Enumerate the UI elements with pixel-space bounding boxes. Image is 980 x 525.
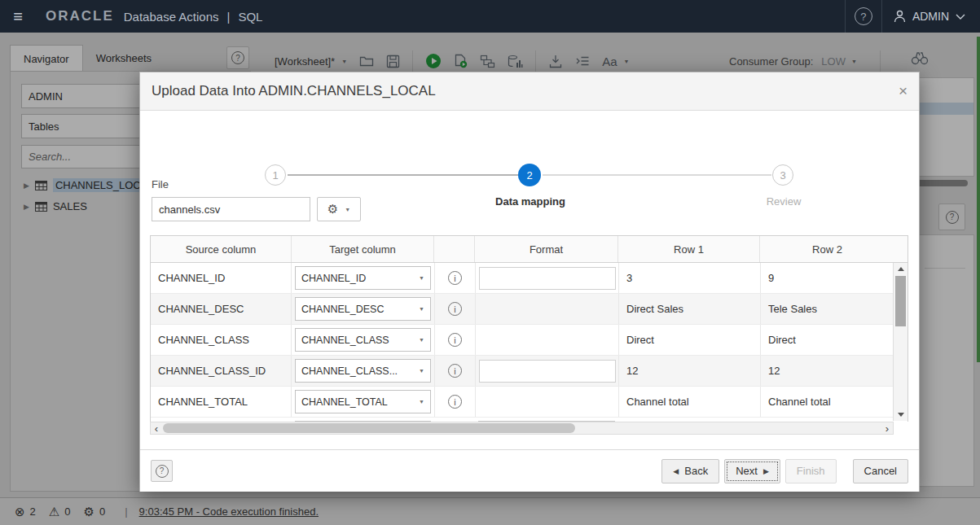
table-row: CHANNEL_CLASS_ID CHANNEL_CLASS...▼ i 12 … <box>151 356 907 387</box>
source-column-cell: CHANNEL_ID <box>151 263 292 293</box>
title-separator: | <box>227 10 231 24</box>
format-cell <box>476 356 619 386</box>
table-horizontal-scrollbar[interactable]: ‹ › <box>150 422 894 435</box>
scroll-right-icon[interactable]: › <box>881 422 893 434</box>
info-cell: i <box>435 263 476 293</box>
file-options-button[interactable]: ⚙ ▼ <box>317 197 361 221</box>
dropdown-caret-icon: ▼ <box>419 337 424 343</box>
info-icon[interactable]: i <box>448 271 462 285</box>
info-icon[interactable]: i <box>448 395 462 409</box>
col-header-source: Source column <box>151 236 292 262</box>
source-column-cell: CHANNEL_TOTAL <box>151 387 292 417</box>
dropdown-caret-icon: ▼ <box>345 207 350 212</box>
step-2-label: Data mapping <box>495 195 565 208</box>
info-icon[interactable]: i <box>448 302 462 316</box>
target-column-cell: CHANNEL_TOTAL▼ <box>292 387 435 417</box>
user-icon <box>894 10 906 23</box>
col-header-info <box>434 236 475 262</box>
top-bar: ≡ ORACLE Database Actions | SQL ? ADMIN <box>0 0 980 33</box>
gear-icon: ⚙ <box>327 202 338 217</box>
scroll-left-icon[interactable]: ‹ <box>151 422 162 434</box>
table-vertical-scrollbar[interactable] <box>893 263 907 421</box>
info-cell: i <box>435 387 476 417</box>
row2-value-cell: 12 <box>761 356 907 386</box>
upload-data-dialog: Upload Data Into ADMIN.CHANNELS_LOCAL × … <box>139 72 920 492</box>
dropdown-caret-icon: ▼ <box>419 399 424 405</box>
info-cell: i <box>435 294 476 324</box>
target-column-select[interactable]: CHANNEL_DESC▼ <box>295 297 431 321</box>
scroll-down-icon[interactable] <box>894 409 907 420</box>
table-row: CHANNEL_ID CHANNEL_ID▼ i 3 9 <box>151 263 907 294</box>
step-3-label: Review <box>767 195 802 208</box>
format-cell <box>476 387 619 417</box>
dialog-footer: ? ◀ Back Next ▶ Finish Cancel <box>140 449 919 492</box>
col-header-format: Format <box>475 236 618 262</box>
target-column-select[interactable]: CHANNEL_CLASS...▼ <box>295 359 431 383</box>
row1-value-cell: 12 <box>619 356 761 386</box>
topbar-right: ? ADMIN <box>845 0 980 33</box>
info-icon[interactable]: i <box>448 333 462 347</box>
app-title: Database Actions | SQL <box>124 10 263 24</box>
help-icon: ? <box>855 7 872 25</box>
hamburger-menu-icon[interactable]: ≡ <box>0 0 36 33</box>
next-button[interactable]: Next ▶ <box>724 459 780 483</box>
back-button[interactable]: ◀ Back <box>661 459 719 483</box>
select-value: CHANNEL_DESC <box>301 304 384 315</box>
row1-value-cell: Direct Sales <box>619 294 761 324</box>
oracle-logo: ORACLE <box>46 8 114 24</box>
select-value: CHANNEL_CLASS... <box>301 365 398 377</box>
close-icon[interactable]: × <box>899 82 907 100</box>
table-header-row: Source column Target column Format Row 1… <box>151 236 907 263</box>
col-header-row1: Row 1 <box>618 236 760 262</box>
footer-buttons: ◀ Back Next ▶ Finish Cancel <box>661 459 908 483</box>
format-input[interactable] <box>479 360 616 383</box>
question-icon: ? <box>156 465 169 478</box>
col-header-target: Target column <box>292 236 434 262</box>
back-arrow-icon: ◀ <box>673 467 679 475</box>
app-name: Database Actions <box>124 10 219 24</box>
dropdown-caret-icon: ▼ <box>419 275 424 281</box>
source-column-cell: CHANNEL_CLASS <box>151 325 292 355</box>
format-cell <box>476 263 619 293</box>
target-column-select[interactable]: CHANNEL_ID▼ <box>295 266 431 290</box>
scrollbar-thumb[interactable] <box>163 423 575 433</box>
select-value: CHANNEL_TOTAL <box>301 396 388 408</box>
finish-button[interactable]: Finish <box>785 459 837 483</box>
scroll-up-icon[interactable] <box>894 263 907 274</box>
format-cell <box>476 325 619 355</box>
scrollbar-thumb[interactable] <box>895 276 906 326</box>
info-icon[interactable]: i <box>448 364 462 378</box>
row1-value-cell: Direct <box>619 325 761 355</box>
target-column-cell: CHANNEL_ID▼ <box>292 263 435 293</box>
source-column-cell: CHANNEL_DESC <box>151 294 292 324</box>
dropdown-caret-icon: ▼ <box>419 306 424 312</box>
next-arrow-icon: ▶ <box>763 467 769 475</box>
step-2-circle[interactable]: 2 <box>518 164 541 186</box>
row2-value-cell: Direct <box>761 325 907 355</box>
step-1-circle[interactable]: 1 <box>265 164 286 186</box>
cancel-label: Cancel <box>864 465 897 477</box>
step-3-circle[interactable]: 3 <box>772 164 793 186</box>
file-field-label: File <box>152 178 169 190</box>
col-header-row2: Row 2 <box>760 236 894 262</box>
file-name-input[interactable] <box>152 197 310 221</box>
target-column-select[interactable]: CHANNEL_CLASS▼ <box>295 328 431 352</box>
user-menu[interactable]: ADMIN <box>882 0 980 33</box>
next-label: Next <box>736 465 758 477</box>
row1-value-cell: 3 <box>619 263 761 293</box>
wizard-stepper: 1 2 3 Data preview Data mapping Review <box>140 111 921 184</box>
chevron-down-icon <box>956 14 965 20</box>
dialog-help-button[interactable]: ? <box>151 460 173 482</box>
module-name: SQL <box>238 10 262 24</box>
row2-value-cell: 9 <box>761 263 907 293</box>
target-column-select[interactable]: CHANNEL_TOTAL▼ <box>295 390 431 413</box>
row1-value-cell: Channel total <box>619 387 761 417</box>
format-input[interactable] <box>479 267 616 290</box>
cancel-button[interactable]: Cancel <box>853 459 908 483</box>
table-row: CHANNEL_TOTAL CHANNEL_TOTAL▼ i Channel t… <box>151 387 907 418</box>
select-value: CHANNEL_CLASS <box>301 335 389 346</box>
format-cell <box>476 294 619 324</box>
finish-label: Finish <box>797 465 825 477</box>
table-row: CHANNEL_DESC CHANNEL_DESC▼ i Direct Sale… <box>151 294 907 325</box>
help-button[interactable]: ? <box>845 0 882 33</box>
